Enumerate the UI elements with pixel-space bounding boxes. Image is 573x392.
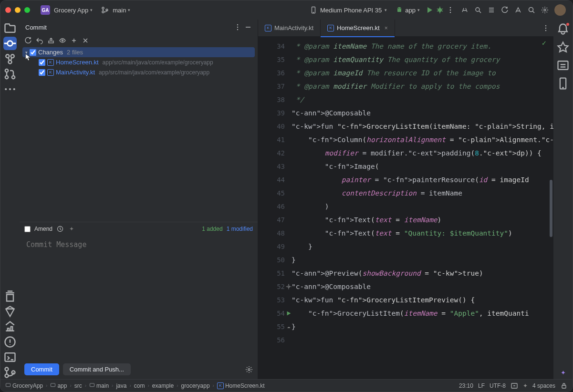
editor-code-area[interactable]: * @param itemName The name of the grocer… <box>292 37 553 379</box>
code-line[interactable]: "c-fn">GroceryListItem(itemName = "Apple… <box>292 307 553 320</box>
code-line[interactable]: modifier = modifier."c-ext">padding(8."c… <box>292 146 553 160</box>
close-icon[interactable] <box>82 37 89 44</box>
more-tool-button[interactable] <box>3 83 17 96</box>
hide-panel-icon[interactable] <box>244 23 252 31</box>
gutter-run-icon[interactable] <box>285 309 292 317</box>
search-icon[interactable] <box>474 6 482 14</box>
scrollbar-thumb[interactable] <box>550 180 552 237</box>
code-line[interactable]: * @param modifier Modifier to apply to t… <box>292 80 553 93</box>
code-line[interactable]: contentDescription = itemName <box>292 186 553 200</box>
readonly-icon[interactable] <box>510 382 518 390</box>
changelist-icon[interactable] <box>70 37 78 44</box>
tab-options-icon[interactable] <box>542 24 550 32</box>
breadcrumb-item[interactable]: java <box>116 382 126 389</box>
build-tool-button[interactable] <box>3 320 17 333</box>
device-manager-button[interactable] <box>556 77 570 90</box>
inspect-icon[interactable] <box>514 6 522 14</box>
file-checkbox[interactable] <box>39 59 45 66</box>
commit-tool-button[interactable] <box>3 37 17 50</box>
sync-icon[interactable] <box>501 6 509 14</box>
code-line[interactable]: painter = "c-fn">painterResource(id = im… <box>292 173 553 186</box>
code-line[interactable]: * @param imageId The resource ID of the … <box>292 66 553 80</box>
ai-sparkle-button[interactable]: ✦ <box>556 366 570 379</box>
breadcrumbs[interactable]: GroceryApp›app›src›main›java›com›example… <box>5 382 265 389</box>
breadcrumb-item[interactable]: groceryapp <box>181 382 210 389</box>
editor-tab[interactable]: K MainActivity.kt <box>258 20 321 37</box>
code-line[interactable]: "c-ann">@Composable <box>292 106 553 120</box>
minimize-window-button[interactable] <box>15 7 21 13</box>
project-tool-button[interactable] <box>3 21 17 35</box>
code-line[interactable]: } <box>292 253 553 267</box>
code-line[interactable]: "c-ann">@Preview(showBackground = "c-kw"… <box>292 267 553 280</box>
changed-file-row[interactable]: K MainActivity.kt app/src/main/java/com/… <box>22 67 255 77</box>
file-checkbox[interactable] <box>39 69 45 76</box>
settings-icon[interactable] <box>541 6 549 14</box>
run-button[interactable] <box>426 6 433 14</box>
project-selector[interactable]: GA Grocery App ▾ <box>38 3 95 17</box>
breadcrumb-item[interactable]: app <box>50 382 67 389</box>
code-line[interactable]: * @param itemName The name of the grocer… <box>292 40 553 53</box>
breadcrumb-item[interactable]: KHomeScreen.kt <box>217 382 265 389</box>
gutter-cloud-icon[interactable]: ☁ <box>285 323 292 330</box>
editor-tab[interactable]: K HomeScreen.kt × <box>321 20 395 37</box>
code-line[interactable]: * @param itemQuantity The quantity of th… <box>292 53 553 66</box>
debug-button[interactable] <box>436 6 444 14</box>
lock-icon[interactable] <box>560 382 568 390</box>
code-line[interactable]: "c-fn">Image( <box>292 160 553 173</box>
task-list-icon[interactable] <box>488 6 495 14</box>
ai-status-icon[interactable]: ✦ <box>523 382 528 389</box>
device-selector[interactable]: Medium Phone API 35 ▾ <box>307 4 390 16</box>
gradle-button[interactable] <box>556 59 570 72</box>
breadcrumb-item[interactable]: com <box>134 382 145 389</box>
structure-tool-button[interactable] <box>3 52 17 65</box>
file-encoding[interactable]: UTF-8 <box>490 382 506 389</box>
breadcrumb-item[interactable]: example <box>152 382 174 389</box>
vcs-tool-button[interactable] <box>3 366 17 379</box>
changes-tree[interactable]: ▾ Changes 2 files K HomeScreen.kt app/sr… <box>20 46 258 222</box>
code-line[interactable]: */ <box>292 93 553 106</box>
close-window-button[interactable] <box>5 7 11 13</box>
ai-icon[interactable]: ✦ <box>68 225 75 233</box>
code-line[interactable]: "c-ann">@Composable <box>292 280 553 293</box>
problems-tool-button[interactable] <box>3 335 17 349</box>
account-avatar[interactable] <box>554 4 566 16</box>
notifications-button[interactable] <box>556 22 570 36</box>
breadcrumb-item[interactable]: src <box>74 382 82 389</box>
close-tab-icon[interactable]: × <box>385 25 388 31</box>
code-editor[interactable]: ✓ 34353637383940414243444546474849505152… <box>258 37 553 379</box>
code-line[interactable]: ) <box>292 200 553 213</box>
cursor-position[interactable]: 23:10 <box>459 382 473 389</box>
code-line[interactable]: "c-fn">Text(text = "Quantity: $itemQuant… <box>292 227 553 240</box>
search-everywhere-icon[interactable] <box>528 6 535 14</box>
code-line[interactable]: "c-fn">Text(text = itemName) <box>292 213 553 227</box>
gutter-settings-icon[interactable] <box>285 283 292 290</box>
diff-preview-icon[interactable] <box>59 37 66 44</box>
commit-and-push-button[interactable]: Commit and Push... <box>63 363 131 375</box>
panel-options-icon[interactable] <box>234 23 241 31</box>
bookmarks-tool-button[interactable] <box>3 289 17 303</box>
changed-file-row[interactable]: K HomeScreen.kt app/src/main/java/com/ex… <box>22 57 255 67</box>
code-line[interactable]: "c-kw">fun "c-fn">GroceryListItemPreview… <box>292 293 553 307</box>
pull-requests-tool-button[interactable] <box>3 67 17 81</box>
branch-selector[interactable]: main ▾ <box>98 4 133 16</box>
more-actions-icon[interactable] <box>447 6 454 14</box>
changes-root-row[interactable]: ▾ Changes 2 files <box>22 47 255 57</box>
rollback-icon[interactable] <box>36 37 43 44</box>
code-with-me-icon[interactable] <box>461 6 469 14</box>
indent-setting[interactable]: 4 spaces <box>532 382 555 389</box>
maximize-window-button[interactable] <box>24 7 30 13</box>
refresh-icon[interactable] <box>24 37 32 44</box>
breadcrumb-item[interactable]: main <box>89 382 109 389</box>
ai-assistant-button[interactable] <box>556 41 570 54</box>
history-icon[interactable] <box>56 225 64 233</box>
shelf-icon[interactable] <box>47 37 55 44</box>
inspection-ok-icon[interactable]: ✓ <box>542 40 547 47</box>
commit-button[interactable]: Commit <box>24 363 59 375</box>
amend-checkbox[interactable] <box>24 226 31 232</box>
ruby-tool-button[interactable] <box>3 305 17 318</box>
terminal-tool-button[interactable] <box>3 351 17 364</box>
run-config-selector[interactable]: app ▾ <box>393 4 423 16</box>
code-line[interactable]: } <box>292 320 553 333</box>
code-line[interactable]: } <box>292 240 553 253</box>
line-separator[interactable]: LF <box>478 382 485 389</box>
